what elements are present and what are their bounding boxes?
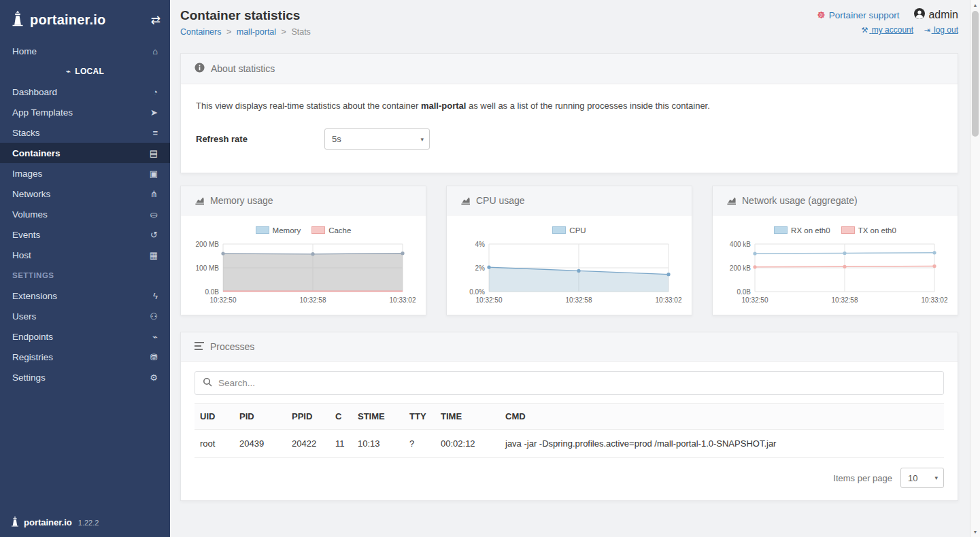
sidebar-item-events[interactable]: Events↺ xyxy=(0,224,170,245)
endpoint-switch-icon[interactable]: ⇄ xyxy=(151,13,160,27)
search-icon xyxy=(203,377,212,389)
portainer-support-link[interactable]: ☸ Portainer support xyxy=(817,10,899,20)
column-header-c[interactable]: C xyxy=(330,404,352,430)
users-icon: ⚇ xyxy=(144,311,158,322)
caret-down-icon: ▾ xyxy=(934,474,938,481)
sidebar-section-settings: SETTINGS xyxy=(0,265,170,285)
legend-cache: Cache xyxy=(311,226,351,235)
svg-text:10:32:50: 10:32:50 xyxy=(476,296,503,304)
log-out-link[interactable]: ⇥ log out xyxy=(924,25,958,35)
sidebar-item-label: Stacks xyxy=(12,128,40,138)
user-menu[interactable]: admin xyxy=(914,8,958,22)
svg-text:0.0%: 0.0% xyxy=(469,288,485,296)
sidebar-item-home[interactable]: Home⌂ xyxy=(0,41,170,61)
sidebar-item-host[interactable]: Host▦ xyxy=(0,245,170,265)
table-footer: Items per page 10 ▾ xyxy=(195,458,944,495)
svg-text:200 MB: 200 MB xyxy=(196,241,220,248)
refresh-rate-value: 5s xyxy=(332,134,341,144)
tachometer-icon: ◔ xyxy=(144,87,158,97)
processes-table: UIDPIDPPIDCSTIMETTYTIMECMD root204392042… xyxy=(195,403,944,458)
widget-title: Network usage (aggregate) xyxy=(742,195,858,206)
my-account-link[interactable]: ⚒ my account xyxy=(861,25,913,35)
user-avatar-icon xyxy=(914,8,925,22)
sidebar-item-endpoints[interactable]: Endpoints⌁ xyxy=(0,326,170,347)
processes-title: Processes xyxy=(210,341,254,352)
sidebar-item-label: Events xyxy=(12,230,40,240)
sidebar-item-label: Images xyxy=(12,169,42,179)
chart-legend: RX on eth0TX on eth0 xyxy=(721,226,949,235)
sidebar-item-images[interactable]: Images▣ xyxy=(0,163,170,184)
plug-icon: ⌁ xyxy=(66,67,71,76)
scroll-down-arrow-icon[interactable]: ▼ xyxy=(970,527,980,537)
plug-icon: ⌁ xyxy=(144,332,158,342)
app-root: portainer.io ⇄ Home⌂⌁LOCALDashboard◔App … xyxy=(0,0,980,537)
page-header: Container statistics Containers > mall-p… xyxy=(180,7,958,37)
svg-text:10:32:58: 10:32:58 xyxy=(300,296,326,304)
column-header-stime[interactable]: STIME xyxy=(352,404,404,430)
cpu-usage-header: CPU usage xyxy=(447,186,692,215)
sidebar-item-containers[interactable]: Containers▤ xyxy=(0,143,170,163)
sidebar-item-stacks[interactable]: Stacks≡ xyxy=(0,122,170,143)
process-cell: ? xyxy=(404,430,435,458)
process-cell: 11 xyxy=(330,430,352,458)
hdd-icon: ⛀ xyxy=(144,209,158,220)
sidebar-section-label: LOCAL xyxy=(75,67,104,76)
sidebar-brand[interactable]: portainer.io ⇄ xyxy=(0,0,170,39)
scroll-up-arrow-icon[interactable]: ▲ xyxy=(970,0,980,10)
column-header-cmd[interactable]: CMD xyxy=(500,404,944,430)
sidebar-item-app-templates[interactable]: App Templates➤ xyxy=(0,102,170,122)
bolt-icon: ϟ xyxy=(144,291,158,301)
sidebar-nav: Home⌂⌁LOCALDashboard◔App Templates➤Stack… xyxy=(0,41,170,387)
charts-row: Memory usageMemoryCache200 MB100 MB0.0B1… xyxy=(180,186,958,315)
breadcrumb-container-link[interactable]: mall-portal xyxy=(237,27,276,37)
sidebar-item-label: Dashboard xyxy=(12,87,57,97)
sidebar-item-dashboard[interactable]: Dashboard◔ xyxy=(0,82,170,102)
process-search-bar xyxy=(195,371,944,395)
sidebar-item-label: Home xyxy=(12,46,37,56)
sidebar-item-users[interactable]: Users⚇ xyxy=(0,306,170,326)
sign-out-icon: ⇥ xyxy=(924,26,930,35)
sidebar-item-settings[interactable]: Settings⚙ xyxy=(0,367,170,387)
memory-usage-widget: Memory usageMemoryCache200 MB100 MB0.0B1… xyxy=(180,186,426,315)
column-header-ppid[interactable]: PPID xyxy=(286,404,330,430)
cpu-usage-widget: CPU usageCPU4%2%0.0%10:32:5010:32:5810:3… xyxy=(446,186,692,315)
refresh-rate-label: Refresh rate xyxy=(196,134,324,144)
legend-memory: Memory xyxy=(256,226,301,235)
column-header-tty[interactable]: TTY xyxy=(404,404,435,430)
scrollbar[interactable]: ▲ ▼ xyxy=(970,0,980,537)
sidebar-item-registries[interactable]: Registries⛃ xyxy=(0,347,170,367)
area-chart-icon xyxy=(460,196,470,205)
sidebar-section-local[interactable]: ⌁LOCAL xyxy=(0,61,170,82)
search-input[interactable] xyxy=(218,378,936,388)
legend-swatch xyxy=(552,226,566,234)
life-ring-icon: ☸ xyxy=(817,10,826,20)
svg-text:4%: 4% xyxy=(475,241,486,248)
svg-text:10:33:02: 10:33:02 xyxy=(922,296,948,304)
table-header-row: UIDPIDPPIDCSTIMETTYTIMECMD xyxy=(195,404,944,430)
process-cell: java -jar -Dspring.profiles.active=prod … xyxy=(500,430,944,458)
processes-header: Processes xyxy=(181,332,958,362)
breadcrumb: Containers > mall-portal > Stats xyxy=(180,27,311,37)
column-header-time[interactable]: TIME xyxy=(435,404,500,430)
main-content: Container statistics Containers > mall-p… xyxy=(170,0,970,537)
breadcrumb-containers-link[interactable]: Containers xyxy=(180,27,221,37)
scrollbar-thumb[interactable] xyxy=(972,11,979,137)
footer-brand-text: portainer.io xyxy=(24,517,72,527)
process-row: root20439204221110:13?00:02:12java -jar … xyxy=(195,430,944,458)
column-header-pid[interactable]: PID xyxy=(234,404,286,430)
sidebar-item-volumes[interactable]: Volumes⛀ xyxy=(0,204,170,224)
clone-icon: ▣ xyxy=(144,169,158,179)
svg-text:10:32:58: 10:32:58 xyxy=(832,296,858,304)
refresh-rate-select[interactable]: 5s ▾ xyxy=(324,128,430,150)
chart-plot: 400 kB200 kB0.0B10:32:5010:32:5810:33:02 xyxy=(721,239,951,309)
info-icon xyxy=(195,63,205,75)
sidebar-item-extensions[interactable]: Extensionsϟ xyxy=(0,285,170,306)
portainer-logo-icon xyxy=(10,10,26,29)
sidebar-item-networks[interactable]: Networks⋔ xyxy=(0,184,170,204)
caret-down-icon: ▾ xyxy=(420,136,424,143)
column-header-uid[interactable]: UID xyxy=(195,404,234,430)
th-list-icon: ≡ xyxy=(144,128,158,138)
items-per-page-select[interactable]: 10 ▾ xyxy=(900,468,944,488)
memory-usage-header: Memory usage xyxy=(181,186,426,215)
sidebar-item-label: Networks xyxy=(12,189,50,199)
